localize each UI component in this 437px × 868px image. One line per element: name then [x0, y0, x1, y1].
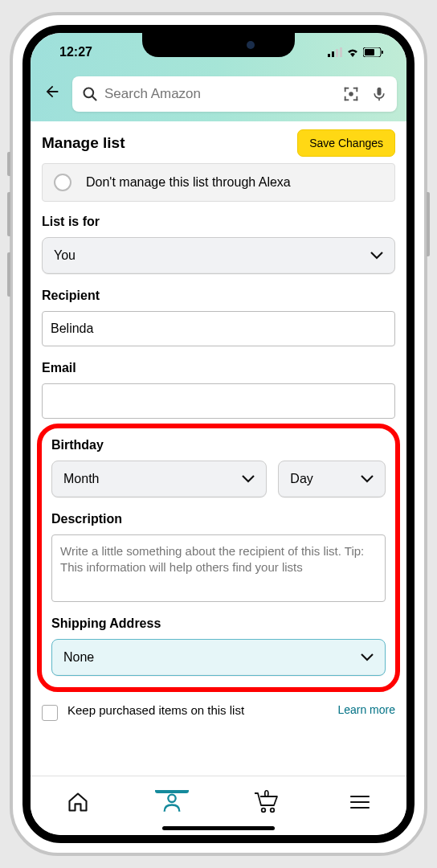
svg-rect-5 [365, 49, 374, 55]
svg-rect-16 [356, 96, 357, 101]
keep-items-checkbox[interactable] [42, 705, 58, 721]
recipient-input[interactable] [42, 311, 395, 346]
svg-rect-10 [345, 88, 346, 92]
svg-point-17 [349, 92, 353, 96]
mic-icon[interactable] [371, 85, 387, 103]
battery-icon [363, 47, 384, 57]
shipping-value: None [63, 650, 94, 665]
shipping-address-select[interactable]: None [51, 639, 386, 676]
profile-icon [161, 791, 183, 813]
highlighted-section: Birthday Month Day Description Write a l… [37, 424, 400, 692]
svg-point-22 [270, 808, 274, 812]
svg-line-8 [92, 96, 96, 100]
search-input[interactable] [104, 86, 342, 102]
description-textarea[interactable]: Write a little something about the recip… [51, 534, 386, 602]
birthday-month-value: Month [63, 472, 99, 486]
nav-cart[interactable]: 0 [250, 790, 282, 814]
active-tab-indicator [155, 790, 189, 793]
hamburger-icon [349, 794, 370, 810]
birthday-month-select[interactable]: Month [51, 461, 267, 497]
wifi-icon [346, 47, 359, 57]
page-title: Manage list [42, 134, 125, 152]
search-header [31, 72, 406, 121]
keep-items-label: Keep purchased items on this list [67, 703, 328, 717]
signal-icon [328, 47, 342, 57]
list-for-select[interactable]: You [42, 237, 395, 274]
home-indicator[interactable] [162, 826, 275, 830]
home-icon [67, 791, 89, 813]
nav-home[interactable] [62, 791, 94, 813]
email-input[interactable] [42, 383, 395, 419]
svg-rect-3 [340, 47, 342, 57]
phone-notch [142, 33, 295, 57]
alexa-label: Don't manage this list through Alexa [86, 175, 291, 190]
svg-rect-18 [378, 88, 382, 96]
list-for-label: List is for [42, 215, 395, 229]
lens-icon[interactable] [342, 85, 360, 103]
birthday-label: Birthday [51, 438, 386, 452]
status-time: 12:27 [59, 45, 92, 59]
content: Manage list Save Changes Don't manage th… [31, 121, 406, 721]
radio-unchecked-icon[interactable] [54, 174, 71, 191]
search-icon [82, 86, 98, 102]
search-box[interactable] [72, 76, 397, 112]
svg-rect-6 [382, 51, 383, 54]
svg-rect-2 [336, 49, 338, 57]
learn-more-link[interactable]: Learn more [337, 703, 395, 716]
save-changes-button[interactable]: Save Changes [297, 129, 395, 157]
birthday-day-select[interactable]: Day [278, 461, 386, 497]
back-button[interactable] [40, 83, 64, 105]
email-label: Email [42, 361, 395, 375]
alexa-option[interactable]: Don't manage this list through Alexa [42, 163, 395, 202]
chevron-down-icon [361, 475, 374, 483]
cart-count: 0 [263, 788, 269, 800]
keep-items-row: Keep purchased items on this list Learn … [31, 698, 406, 721]
nav-menu[interactable] [344, 794, 376, 810]
nav-profile[interactable] [156, 791, 188, 813]
birthday-day-value: Day [290, 472, 312, 486]
svg-rect-14 [345, 96, 346, 101]
chevron-down-icon [361, 653, 374, 661]
svg-rect-0 [328, 54, 330, 57]
status-icons [328, 47, 384, 57]
svg-rect-12 [356, 88, 357, 92]
recipient-label: Recipient [42, 289, 395, 303]
chevron-down-icon [242, 475, 255, 483]
svg-rect-1 [332, 51, 334, 57]
description-label: Description [51, 512, 386, 526]
shipping-label: Shipping Address [51, 616, 386, 631]
list-for-value: You [54, 248, 76, 263]
svg-point-20 [168, 794, 175, 801]
svg-point-21 [261, 808, 265, 812]
chevron-down-icon [370, 252, 383, 260]
